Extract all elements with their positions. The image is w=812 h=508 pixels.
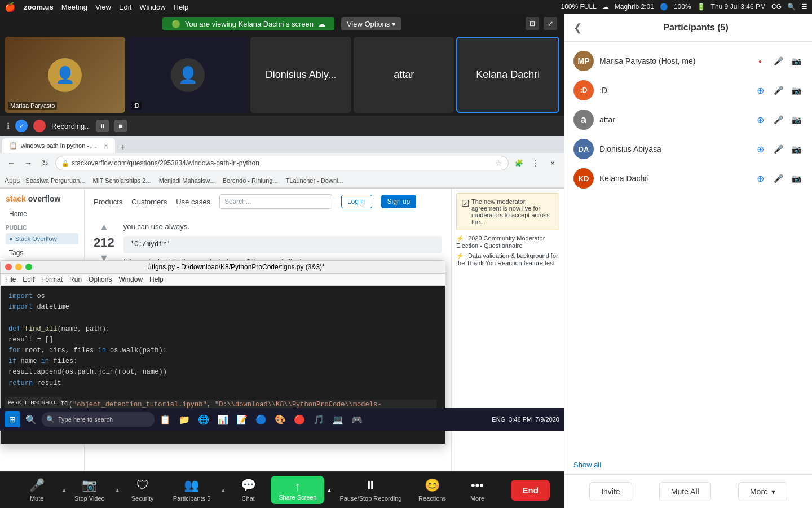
video-off-icon[interactable]: 📷 (789, 142, 803, 156)
menu-meeting[interactable]: Meeting (61, 3, 87, 11)
share-screen-button[interactable]: ↑ Share Screen (271, 476, 324, 504)
editor-maximize-btn[interactable] (25, 264, 32, 270)
upvote-icon[interactable]: ▲ (99, 221, 109, 233)
menu-window[interactable]: Window (139, 3, 165, 11)
pause-recording-btn[interactable]: ⏸ (96, 120, 109, 132)
minimize-view-icon[interactable]: ⊡ (526, 17, 539, 30)
app-icon-2[interactable]: 🔴 (291, 411, 308, 427)
extensions-btn[interactable]: 🧩 (512, 156, 526, 170)
participants-chevron[interactable]: ▲ (220, 487, 226, 493)
login-btn[interactable]: Log in (341, 195, 372, 208)
video-off-icon[interactable]: 📷 (789, 113, 803, 126)
mute-all-button[interactable]: Mute All (659, 482, 711, 501)
app-icon-5[interactable]: 🎮 (348, 411, 365, 427)
more-btn[interactable]: ⋮ (529, 156, 542, 170)
apple-menu[interactable]: 🍎 (5, 2, 16, 12)
video-off-icon[interactable]: 📷 (789, 172, 803, 185)
spotlight-icon[interactable]: 🔍 (787, 3, 796, 11)
mic-muted-icon[interactable]: 🎤 (771, 142, 785, 156)
forward-btn[interactable]: → (21, 156, 35, 170)
app-icon-4[interactable]: 💻 (329, 411, 346, 427)
file-explorer-icon[interactable]: 📁 (176, 411, 193, 427)
video-icon[interactable]: 📷 (789, 54, 803, 68)
mic-icon[interactable]: 🎤 (771, 54, 785, 68)
bookmark-1[interactable]: Seasiwa Perguruan... (23, 177, 87, 185)
bookmark-2[interactable]: MIT Scholarships 2... (91, 177, 153, 185)
more-button[interactable]: ••• More (454, 475, 500, 505)
editor-menu-window[interactable]: Window (118, 275, 143, 283)
validation-item[interactable]: ⚡ Data validation & background for the T… (456, 252, 559, 266)
word-icon[interactable]: 📝 (233, 411, 250, 427)
use-cases-nav[interactable]: Use cases (176, 198, 210, 206)
stop-video-button[interactable]: 📷 Stop Video (67, 475, 113, 505)
share-chevron[interactable]: ▲ (326, 487, 332, 493)
products-nav[interactable]: Products (94, 198, 122, 206)
taskbar-search[interactable]: 🔍 (23, 411, 39, 427)
participant-tile[interactable]: 👤 Marisa Paryasto (5, 37, 125, 113)
end-button[interactable]: End (511, 480, 549, 501)
menu-help[interactable]: Help (174, 3, 189, 11)
add-icon[interactable]: ⊕ (753, 113, 767, 126)
editor-menu-file[interactable]: File (5, 275, 16, 283)
close-tab-icon[interactable]: × (104, 141, 108, 150)
home-link[interactable]: Home (6, 208, 78, 220)
stack-overflow-link[interactable]: ● Stack Overflow (6, 233, 78, 244)
bookmark-5[interactable]: TLauncher - Downl... (284, 177, 346, 185)
participant-tile-attar[interactable]: attar (354, 37, 454, 113)
menu-view[interactable]: View (95, 3, 111, 11)
participant-tile-dionisius[interactable]: Dionisius Abiy... (250, 37, 351, 113)
task-view-icon[interactable]: 📋 (157, 411, 174, 427)
participants-button[interactable]: 👥 Participants 5 (165, 475, 219, 505)
invite-button[interactable]: Invite (589, 482, 632, 501)
pause-record-button[interactable]: ⏸ Pause/Stop Recording (332, 475, 409, 505)
add-icon[interactable]: ⊕ (753, 142, 767, 156)
refresh-btn[interactable]: ↻ (38, 156, 52, 170)
customers-nav[interactable]: Customers (131, 198, 167, 206)
participant-tile[interactable]: 👤 :D (127, 37, 248, 113)
more-footer-button[interactable]: More ▾ (738, 482, 787, 501)
chat-button[interactable]: 💬 Chat (226, 475, 271, 505)
star-icon[interactable]: ☆ (495, 159, 502, 168)
mic-muted-icon[interactable]: 🎤 (771, 172, 785, 185)
editor-close-btn[interactable] (5, 264, 12, 270)
notification-icon[interactable]: ☰ (801, 3, 807, 11)
app-icon-3[interactable]: 🎵 (310, 411, 327, 427)
expand-view-icon[interactable]: ⤢ (544, 17, 557, 30)
tags-link[interactable]: Tags (6, 247, 78, 259)
video-chevron[interactable]: ▲ (115, 487, 120, 493)
stop-recording-btn[interactable]: ⏹ (114, 120, 127, 132)
add-icon[interactable]: ⊕ (753, 172, 767, 185)
close-browser-btn[interactable]: × (546, 156, 559, 170)
new-tab-btn[interactable]: + (117, 142, 129, 153)
url-bar[interactable]: 🔒 stackoverflow.com/questions/2953834/wi… (55, 156, 509, 170)
show-all-link[interactable]: Show all (564, 456, 812, 474)
participant-tile-kelana[interactable]: Kelana Dachri (456, 37, 559, 113)
bookmark-3[interactable]: Menjadi Mahasisw... (157, 177, 217, 185)
app-icon-1[interactable]: 🎨 (272, 411, 289, 427)
security-button[interactable]: 🛡 Security (120, 475, 165, 505)
chrome-icon[interactable]: 🔵 (253, 411, 270, 427)
editor-menu-help[interactable]: Help (149, 275, 164, 283)
excel-icon[interactable]: 📊 (214, 411, 231, 427)
back-btn[interactable]: ← (5, 156, 18, 170)
election-item[interactable]: ⚡ 2020 Community Moderator Election - Qu… (456, 235, 559, 249)
apps-bookmark[interactable]: Apps (5, 177, 20, 185)
mute-chevron[interactable]: ▲ (61, 487, 67, 493)
editor-menu-options[interactable]: Options (89, 275, 112, 283)
taskbar-search-box[interactable]: 🔍 Type here to search (42, 412, 155, 427)
video-icon[interactable]: 📷 (789, 84, 803, 97)
editor-menu-run[interactable]: Run (69, 275, 82, 283)
editor-menu-format[interactable]: Format (41, 275, 63, 283)
signup-btn[interactable]: Sign up (381, 195, 417, 208)
reactions-button[interactable]: 😊 Reactions (409, 475, 454, 505)
add-icon[interactable]: ⊕ (753, 84, 767, 97)
mute-button[interactable]: 🎤 Mute (14, 475, 59, 505)
active-tab[interactable]: 📋 windows path in python - Stack Overflo… (2, 138, 115, 153)
recording-icon[interactable]: ● (753, 54, 767, 68)
editor-menu-edit[interactable]: Edit (23, 275, 34, 283)
menu-edit[interactable]: Edit (119, 3, 131, 11)
editor-minimize-btn[interactable] (15, 264, 22, 270)
start-button[interactable]: ⊞ (5, 411, 20, 427)
mic-muted-icon[interactable]: 🎤 (771, 113, 785, 126)
view-options-button[interactable]: View Options ▾ (341, 17, 401, 30)
